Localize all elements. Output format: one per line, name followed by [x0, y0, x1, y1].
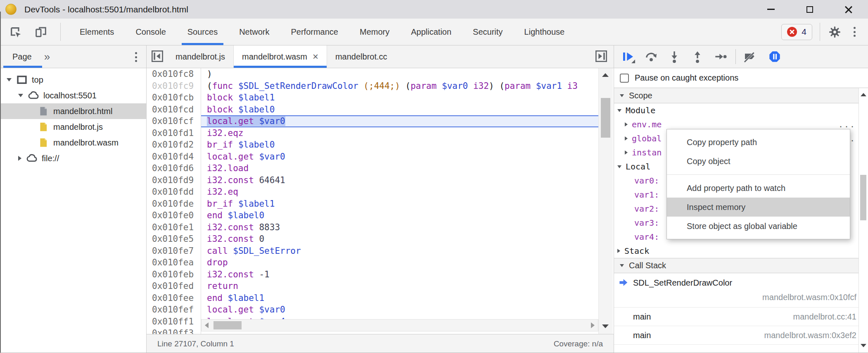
- pause-on-exceptions-button[interactable]: [768, 50, 782, 64]
- tab-sources[interactable]: Sources: [177, 19, 228, 45]
- tree-item-mandelbrot-html[interactable]: mandelbrot.html: [0, 103, 146, 119]
- line-address[interactable]: 0x010fc8: [147, 68, 201, 80]
- line-address[interactable]: 0x010ff3: [147, 327, 201, 334]
- step-button[interactable]: [714, 50, 728, 64]
- menu-item-inspect-memory[interactable]: Inspect memory: [667, 198, 850, 217]
- navigator-tab-page[interactable]: Page: [12, 52, 32, 62]
- expander-closed-icon[interactable]: [625, 122, 628, 126]
- tab-performance[interactable]: Performance: [280, 19, 349, 45]
- line-address[interactable]: 0x010fd2: [147, 139, 201, 151]
- device-toolbar-button[interactable]: [34, 25, 48, 39]
- horizontal-scrollbar[interactable]: [201, 319, 598, 332]
- expander-open-icon[interactable]: [7, 78, 12, 81]
- scroll-up-icon[interactable]: [861, 93, 866, 96]
- line-address[interactable]: 0x010fea: [147, 257, 201, 269]
- scope-row-module[interactable]: Module: [614, 103, 868, 117]
- tab-application[interactable]: Application: [400, 19, 462, 45]
- line-address[interactable]: 0x010fe5: [147, 233, 201, 245]
- expander-closed-icon[interactable]: [625, 136, 628, 141]
- line-address[interactable]: 0x010fde: [147, 198, 201, 210]
- line-address[interactable]: 0x010fcb: [147, 92, 201, 104]
- line-address[interactable]: 0x010fd9: [147, 174, 201, 186]
- inspect-element-button[interactable]: [8, 25, 22, 39]
- hide-navigator-button[interactable]: [151, 50, 165, 64]
- call-stack-frame-sdl-setrenderdrawcolor[interactable]: SDL_SetRenderDrawColormandelbrot.wasm:0x…: [614, 273, 868, 308]
- expander-open-icon[interactable]: [617, 109, 621, 112]
- scroll-down-icon[interactable]: [861, 344, 866, 347]
- debugger-scroll-thumb[interactable]: [860, 175, 866, 220]
- tree-item-localhost-5501[interactable]: localhost:5501: [0, 88, 146, 103]
- debugger-scrollbar[interactable]: [859, 88, 868, 353]
- line-address[interactable]: 0x010fd1: [147, 127, 201, 139]
- line-address[interactable]: 0x010fd6: [147, 162, 201, 174]
- horizontal-scroll-thumb[interactable]: [213, 321, 242, 329]
- line-address[interactable]: 0x010fe0: [147, 210, 201, 222]
- menu-item-add-property-path-to-watch[interactable]: Add property path to watch: [667, 179, 850, 198]
- tree-item-top[interactable]: top: [0, 72, 146, 88]
- expander-closed-icon[interactable]: [18, 156, 21, 161]
- expander-open-icon[interactable]: [18, 94, 23, 97]
- step-out-button[interactable]: [690, 50, 704, 64]
- line-address[interactable]: 0x010fe1: [147, 222, 201, 234]
- step-over-button[interactable]: [644, 50, 658, 64]
- tab-lighthouse[interactable]: Lighthouse: [513, 19, 575, 45]
- source-tab-mandelbrot-js[interactable]: mandelbrot.js: [167, 45, 233, 68]
- more-options-button[interactable]: [847, 25, 861, 39]
- show-debugger-button[interactable]: [595, 50, 609, 64]
- settings-button[interactable]: [828, 25, 842, 39]
- expander-closed-icon[interactable]: [625, 150, 628, 155]
- expander-open-icon[interactable]: [617, 165, 621, 168]
- pause-on-caught-checkbox[interactable]: [620, 74, 629, 83]
- tab-network[interactable]: Network: [228, 19, 280, 45]
- tree-item-mandelbrot-js[interactable]: mandelbrot.js: [0, 119, 146, 135]
- vertical-scroll-thumb[interactable]: [601, 98, 610, 138]
- line-address[interactable]: 0x010fe7: [147, 245, 201, 257]
- tree-item-file[interactable]: file://: [0, 150, 146, 166]
- source-tab-mandelbrot-wasm[interactable]: mandelbrot.wasm×: [233, 45, 327, 68]
- tab-memory[interactable]: Memory: [349, 19, 400, 45]
- step-into-button[interactable]: [667, 50, 681, 64]
- tab-console[interactable]: Console: [125, 19, 176, 45]
- minimize-button[interactable]: [752, 0, 790, 19]
- source-tab-mandelbrot-cc[interactable]: mandelbrot.cc: [327, 45, 396, 68]
- line-content: i32.const -1: [201, 269, 598, 281]
- call-stack-section-header[interactable]: Call Stack: [614, 258, 868, 273]
- menu-item-store-object-as-global-variable[interactable]: Store object as global variable: [667, 217, 850, 236]
- menu-item-copy-object[interactable]: Copy object: [667, 152, 850, 171]
- line-address[interactable]: 0x010feb: [147, 269, 201, 281]
- line-address[interactable]: 0x010fcf: [147, 115, 201, 127]
- line-address[interactable]: 0x010fcd: [147, 104, 201, 116]
- error-count-badge[interactable]: 4: [781, 24, 812, 40]
- scroll-right-icon[interactable]: [591, 322, 595, 328]
- navigator-more-button[interactable]: [135, 52, 137, 62]
- scroll-left-icon[interactable]: [205, 322, 209, 328]
- tab-security[interactable]: Security: [462, 19, 513, 45]
- frame-location[interactable]: mandelbrot.cc:41: [793, 312, 856, 322]
- close-tab-icon[interactable]: ×: [313, 52, 318, 62]
- line-address[interactable]: 0x010fef: [147, 304, 201, 316]
- line-address[interactable]: 0x010fd4: [147, 151, 201, 163]
- close-button[interactable]: [829, 0, 868, 19]
- line-address[interactable]: 0x010fee: [147, 292, 201, 304]
- tab-elements[interactable]: Elements: [69, 19, 125, 45]
- frame-location[interactable]: mandelbrot.wasm:0x3ef2: [764, 331, 856, 340]
- maximize-button[interactable]: [790, 0, 829, 19]
- line-address[interactable]: 0x010fc9: [147, 80, 201, 92]
- vertical-scrollbar[interactable]: [598, 68, 613, 334]
- line-address[interactable]: 0x010ff1: [147, 316, 201, 328]
- call-stack-frame-main[interactable]: mainmandelbrot.cc:41: [614, 308, 868, 326]
- tree-item-mandelbrot-wasm[interactable]: mandelbrot.wasm: [0, 135, 146, 150]
- line-address[interactable]: 0x010fdd: [147, 186, 201, 198]
- frame-location[interactable]: mandelbrot.wasm:0x10fcf: [762, 293, 856, 302]
- scope-section-header[interactable]: Scope: [614, 88, 868, 103]
- deactivate-breakpoints-button[interactable]: [743, 50, 757, 64]
- resume-button[interactable]: [621, 50, 635, 64]
- scope-row-stack[interactable]: Stack: [614, 244, 868, 258]
- double-chevron-icon[interactable]: »: [44, 50, 50, 63]
- menu-item-copy-property-path[interactable]: Copy property path: [667, 133, 850, 152]
- scroll-up-icon[interactable]: [602, 73, 609, 77]
- expander-closed-icon[interactable]: [617, 249, 620, 253]
- scroll-down-icon[interactable]: [602, 324, 609, 328]
- line-address[interactable]: 0x010fed: [147, 280, 201, 292]
- call-stack-frame-main[interactable]: mainmandelbrot.wasm:0x3ef2: [614, 326, 868, 345]
